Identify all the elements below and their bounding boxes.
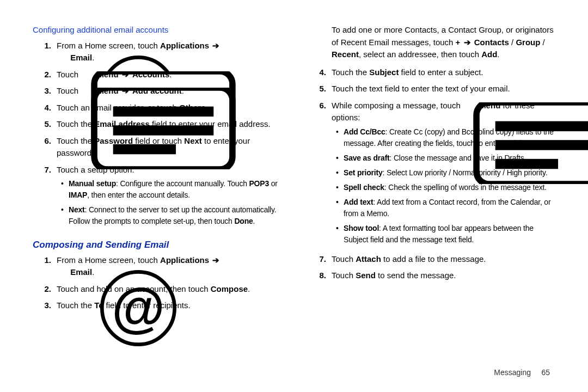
list-item: 4. Touch an email provider, or touch Oth… — [33, 102, 280, 114]
list-item: Add Cc/Bcc: Create Cc (copy) and Bcc (bl… — [332, 126, 555, 149]
list-item: Set priority: Select Low priority / Norm… — [332, 167, 555, 179]
page-footer: Messaging 65 — [494, 368, 550, 377]
subheading-composing: Composing and Sending Email — [33, 238, 280, 252]
list-item: 2. Touch and hold on an account, then to… — [33, 283, 280, 296]
list-item: Next: Connect to the server to set up th… — [57, 204, 280, 227]
list-item: Spell check: Check the spelling of words… — [332, 182, 555, 193]
list-item: Save as draft: Close the message and sav… — [332, 152, 555, 164]
list-item: 1. From a Home screen, touch Application… — [33, 254, 280, 279]
right-column: To add one or more Contacts, a Contact G… — [308, 24, 555, 381]
list-item: 6. Touch the Password field or touch Nex… — [33, 135, 280, 160]
section-name: Messaging — [494, 368, 531, 377]
page-number: 65 — [541, 368, 550, 377]
list-item: 5. Touch the Email address field to ente… — [33, 118, 280, 131]
list-item: 3. Touch the To field to enter recipient… — [33, 299, 280, 312]
menu-icon — [82, 88, 94, 95]
list-item: 3. Touch Menu ➔ Add account. — [33, 85, 280, 97]
right-steps: 4. Touch the Subject field to enter a su… — [308, 66, 555, 282]
list-item: 1. From a Home screen, touch Application… — [33, 40, 280, 64]
compose-steps: 1. From a Home screen, touch Application… — [33, 254, 280, 312]
config-steps: 1. From a Home screen, touch Application… — [33, 40, 280, 231]
lead-paragraph: To add one or more Contacts, a Contact G… — [308, 24, 555, 61]
section-link-configuring: Configuring additional email accounts — [33, 24, 280, 36]
list-item: 8. Touch Send to send the message. — [308, 270, 555, 282]
list-item: 4. Touch the Subject field to enter a su… — [308, 66, 555, 79]
list-item: 7. Touch Attach to add a file to the mes… — [308, 253, 555, 266]
list-item: Add text: Add text from a Contact record… — [332, 197, 555, 219]
left-column: Configuring additional email accounts 1.… — [33, 24, 280, 381]
list-item: Manual setup: Configure the account manu… — [57, 178, 280, 201]
list-item: 2. Touch Menu ➔ Accounts. — [33, 69, 280, 81]
list-item: 7. Touch a setup option: Manual setup: C… — [33, 164, 280, 231]
email-at-icon — [57, 267, 66, 277]
setup-bullets: Manual setup: Configure the account manu… — [57, 178, 280, 227]
email-at-icon — [57, 53, 66, 63]
menu-icon — [464, 102, 476, 109]
menu-option-bullets: Add Cc/Bcc: Create Cc (copy) and Bcc (bl… — [332, 126, 555, 246]
menu-icon — [82, 71, 94, 78]
manual-page: Configuring additional email accounts 1.… — [0, 0, 588, 392]
list-item: 6. While composing a message, touch Menu… — [308, 100, 555, 249]
list-item: 5. Touch the text field to enter the tex… — [308, 83, 555, 95]
list-item: Show tool: A text formatting tool bar ap… — [332, 223, 555, 246]
